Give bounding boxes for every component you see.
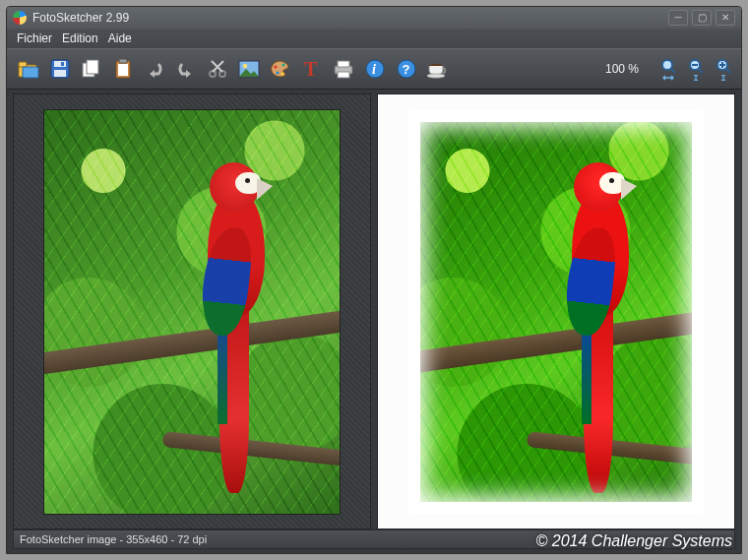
svg-rect-4 — [54, 61, 66, 67]
svg-rect-22 — [338, 61, 349, 67]
svg-point-30 — [662, 60, 672, 70]
clipboard-button[interactable] — [109, 53, 137, 85]
text-icon: T — [303, 59, 321, 79]
zoom-group — [658, 55, 733, 83]
clipboard-icon — [113, 58, 133, 80]
help-button[interactable]: ? — [393, 53, 420, 85]
svg-line-38 — [726, 69, 730, 73]
toolbar: T i ? 100 % — [7, 48, 741, 90]
save-icon — [50, 59, 70, 79]
svg-point-16 — [274, 65, 277, 68]
menu-help[interactable]: Aide — [108, 31, 132, 45]
watermark: © 2014 Challenger Systems — [536, 532, 732, 550]
screenshot-frame: FotoSketcher 2.99 ─ ▢ ✕ Fichier Edition … — [0, 0, 748, 560]
svg-rect-6 — [61, 62, 64, 66]
zoom-out-icon — [688, 58, 704, 74]
batch-button[interactable] — [78, 53, 105, 85]
window-title: FotoSketcher 2.99 — [32, 11, 664, 25]
status-text: FotoSketcher image - 355x460 - 72 dpi — [20, 533, 207, 545]
menu-edit[interactable]: Edition — [62, 31, 98, 45]
result-panel[interactable] — [377, 93, 735, 529]
svg-rect-8 — [87, 60, 98, 74]
menubar: Fichier Edition Aide — [7, 29, 741, 48]
svg-text:?: ? — [403, 62, 410, 77]
close-button[interactable]: ✕ — [716, 10, 735, 26]
palette-icon — [270, 59, 291, 79]
svg-line-34 — [699, 69, 703, 73]
print-button[interactable] — [330, 53, 357, 85]
scissors-icon — [208, 59, 227, 79]
image-icon — [238, 60, 260, 78]
svg-line-31 — [671, 69, 675, 73]
zoom-level-label: 100 % — [605, 62, 639, 76]
svg-point-18 — [281, 63, 284, 66]
svg-text:T: T — [304, 59, 318, 79]
content-area — [13, 93, 735, 529]
zoom-out-button[interactable] — [686, 55, 706, 83]
zoom-fit-button[interactable] — [658, 55, 678, 83]
info-icon: i — [365, 59, 385, 79]
text-button[interactable]: T — [298, 53, 326, 85]
svg-point-19 — [280, 72, 283, 75]
open-folder-icon — [18, 59, 39, 79]
svg-rect-10 — [118, 64, 128, 76]
redo-icon — [175, 59, 197, 79]
copy-icon — [81, 59, 102, 79]
menu-file[interactable]: Fichier — [17, 31, 52, 45]
undo-icon — [144, 59, 165, 79]
crop-button[interactable] — [204, 53, 231, 85]
zoom-fit-icon — [660, 58, 676, 74]
result-image — [390, 106, 722, 517]
source-panel[interactable] — [13, 93, 371, 529]
svg-point-15 — [243, 64, 247, 68]
zoom-in-icon — [716, 58, 731, 74]
zoom-in-button[interactable] — [714, 55, 733, 83]
save-button[interactable] — [46, 53, 74, 85]
redo-button[interactable] — [172, 53, 200, 85]
palette-button[interactable] — [267, 53, 294, 85]
svg-rect-11 — [119, 59, 127, 63]
svg-text:i: i — [372, 62, 376, 77]
svg-rect-23 — [338, 72, 349, 78]
app-window: FotoSketcher 2.99 ─ ▢ ✕ Fichier Edition … — [6, 6, 742, 554]
svg-rect-1 — [19, 62, 27, 67]
minimize-button[interactable]: ─ — [668, 10, 688, 26]
app-icon — [13, 11, 27, 25]
svg-rect-5 — [54, 70, 66, 77]
coffee-icon — [427, 59, 449, 79]
svg-rect-2 — [23, 67, 38, 78]
titlebar[interactable]: FotoSketcher 2.99 ─ ▢ ✕ — [7, 7, 741, 29]
print-icon — [333, 59, 354, 79]
donate-button[interactable] — [424, 53, 452, 85]
undo-button[interactable] — [141, 53, 168, 85]
maximize-button[interactable]: ▢ — [692, 10, 712, 26]
svg-point-29 — [427, 74, 445, 78]
open-button[interactable] — [15, 53, 42, 85]
info-button[interactable]: i — [361, 53, 389, 85]
svg-point-17 — [276, 71, 279, 74]
resize-button[interactable] — [235, 53, 263, 85]
source-image — [26, 106, 358, 517]
help-icon: ? — [397, 59, 416, 79]
